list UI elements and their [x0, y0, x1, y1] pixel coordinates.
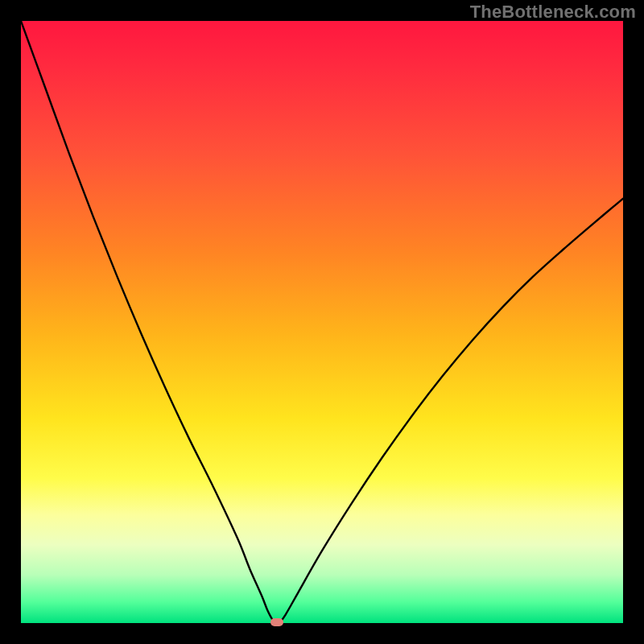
bottleneck-curve — [21, 21, 623, 623]
chart-frame: TheBottleneck.com — [0, 0, 644, 644]
plot-area — [21, 21, 623, 623]
watermark-text: TheBottleneck.com — [470, 2, 636, 23]
optimal-point-marker — [270, 618, 283, 626]
